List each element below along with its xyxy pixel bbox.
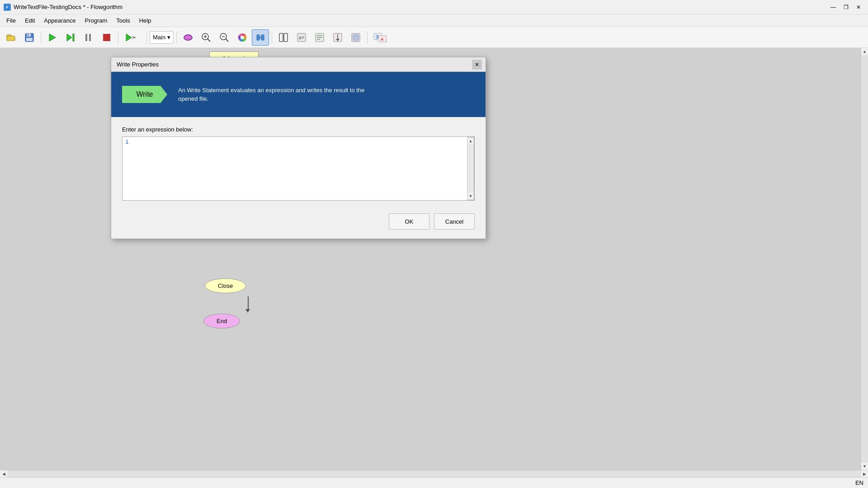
- svg-rect-3: [7, 36, 15, 41]
- textarea-scrollbar: ▲ ▼: [467, 137, 474, 200]
- separator-2: [118, 31, 118, 44]
- window-controls: — ❐ ✕: [827, 3, 864, 12]
- dialog-header: Write An Write Statement evaluates an ex…: [111, 72, 486, 117]
- svg-marker-10: [67, 34, 72, 41]
- separator-4: [176, 31, 177, 44]
- dialog-titlebar: Write Properties ✕: [111, 57, 486, 72]
- svg-rect-35: [284, 33, 288, 42]
- cancel-button[interactable]: Cancel: [434, 213, 475, 230]
- scroll-left-arrow[interactable]: ◀: [0, 470, 7, 478]
- expression-button[interactable]: x=: [293, 29, 310, 46]
- ta-scroll-down[interactable]: ▼: [467, 192, 474, 200]
- color-wheel-button[interactable]: [234, 29, 251, 46]
- svg-point-28: [241, 36, 244, 39]
- svg-rect-34: [279, 33, 283, 42]
- svg-rect-11: [73, 34, 74, 41]
- svg-line-26: [226, 39, 228, 42]
- svg-marker-9: [49, 34, 56, 41]
- scroll-track-h: [7, 470, 861, 477]
- toolbar: Main ▾: [0, 27, 868, 48]
- svg-line-23: [208, 39, 210, 42]
- separator-1: [41, 31, 41, 44]
- expression-container: i ▲ ▼: [122, 136, 475, 201]
- menu-help[interactable]: Help: [135, 15, 156, 26]
- dialog-close-button[interactable]: ✕: [472, 60, 482, 70]
- status-bar: EN: [0, 477, 868, 488]
- language-indicator: EN: [855, 479, 863, 486]
- output-button[interactable]: [311, 29, 328, 46]
- svg-marker-15: [126, 34, 132, 41]
- ta-scroll-up[interactable]: ▲: [467, 137, 474, 145]
- function-dropdown[interactable]: Main ▾: [150, 31, 174, 44]
- svg-rect-12: [85, 34, 87, 41]
- shape-button[interactable]: [179, 29, 197, 46]
- dialog-title: Write Properties: [117, 61, 159, 68]
- separator-5: [272, 31, 272, 44]
- title-bar: F WriteTextFile-TestingDocs * - Flowgori…: [0, 0, 868, 14]
- menu-edit[interactable]: Edit: [20, 15, 39, 26]
- svg-rect-8: [28, 34, 28, 36]
- svg-rect-6: [27, 33, 31, 37]
- arrow-button[interactable]: [329, 29, 346, 46]
- close-window-button[interactable]: ✕: [853, 3, 864, 12]
- file-button[interactable]: [347, 29, 364, 46]
- ta-scroll-track: [467, 145, 474, 192]
- restore-button[interactable]: ❐: [840, 3, 852, 12]
- zoom-in-button[interactable]: [198, 29, 215, 46]
- scroll-up-arrow[interactable]: ▲: [861, 48, 868, 55]
- scroll-down-arrow[interactable]: ▼: [861, 463, 868, 470]
- expression-textarea[interactable]: i: [123, 137, 467, 200]
- window-title: WriteTextFile-TestingDocs * - Flowgorith…: [14, 4, 123, 10]
- svg-rect-14: [103, 34, 110, 41]
- main-content: Integer i Close End ▲ ▼ Write Properties…: [0, 48, 868, 488]
- menu-appearance[interactable]: Appearance: [39, 15, 80, 26]
- menu-bar: File Edit Appearance Program Tools Help: [0, 14, 868, 27]
- dropdown-label: Main: [153, 34, 165, 41]
- connector-arrow-2: [245, 309, 250, 313]
- connector-2: [248, 296, 249, 310]
- run-options-button[interactable]: [121, 29, 144, 46]
- bottom-scrollbar[interactable]: ◀ ▶: [0, 470, 868, 477]
- columns-button[interactable]: [275, 29, 292, 46]
- svg-text:x=: x=: [298, 35, 305, 40]
- app-icon: F: [4, 4, 11, 11]
- dialog-body: Enter an expression below: i ▲ ▼: [111, 117, 486, 210]
- open-button[interactable]: [3, 29, 20, 46]
- menu-program[interactable]: Program: [80, 15, 112, 26]
- pause-button[interactable]: [80, 29, 97, 46]
- menu-file[interactable]: File: [2, 15, 20, 26]
- save-button[interactable]: [21, 29, 38, 46]
- svg-text:F: F: [6, 5, 9, 9]
- svg-rect-13: [89, 34, 91, 41]
- write-badge: Write: [122, 86, 167, 103]
- run-button[interactable]: [44, 29, 61, 46]
- separator-3: [146, 31, 147, 44]
- right-scrollbar[interactable]: ▲ ▼: [861, 48, 868, 470]
- canvas-area[interactable]: Integer i Close End ▲ ▼ Write Properties…: [0, 48, 868, 470]
- flow-node-end: End: [203, 314, 240, 328]
- expression-label: Enter an expression below:: [122, 126, 475, 133]
- dropdown-arrow: ▾: [167, 34, 170, 41]
- svg-rect-7: [26, 38, 33, 41]
- minimize-button[interactable]: —: [827, 3, 839, 12]
- svg-rect-46: [353, 35, 359, 40]
- stop-button[interactable]: [98, 29, 115, 46]
- dialog-footer: OK Cancel: [111, 210, 486, 239]
- zoom-out-button[interactable]: [216, 29, 233, 46]
- svg-text:A: A: [381, 37, 384, 42]
- flow-node-close: Close: [205, 278, 246, 293]
- translate-button[interactable]: 文 A: [370, 29, 390, 46]
- ok-button[interactable]: OK: [389, 213, 429, 230]
- write-properties-dialog: Write Properties ✕ Write An Write Statem…: [111, 57, 486, 239]
- step-button[interactable]: [62, 29, 79, 46]
- svg-rect-16: [132, 36, 133, 39]
- svg-marker-17: [133, 37, 136, 38]
- layout-button[interactable]: [252, 29, 269, 46]
- scroll-track-v: [861, 55, 868, 463]
- title-text: F WriteTextFile-TestingDocs * - Flowgori…: [4, 4, 123, 11]
- separator-6: [367, 31, 368, 44]
- scroll-right-arrow[interactable]: ▶: [861, 470, 868, 478]
- menu-tools[interactable]: Tools: [112, 15, 134, 26]
- dialog-description: An Write Statement evaluates an expressi…: [178, 86, 364, 103]
